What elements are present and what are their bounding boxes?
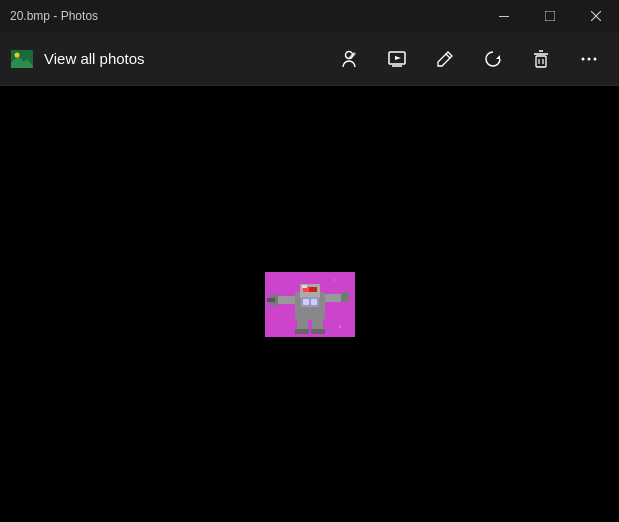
svg-point-20 [594, 57, 597, 60]
photo-display [265, 272, 355, 337]
svg-rect-0 [499, 16, 509, 17]
delete-button[interactable] [519, 37, 563, 81]
svg-rect-13 [536, 56, 546, 67]
view-all-photos-label[interactable]: View all photos [44, 50, 145, 67]
toolbar-right [327, 37, 611, 81]
toolbar: View all photos [0, 32, 619, 86]
edit-button[interactable] [423, 37, 467, 81]
toolbar-left: View all photos [8, 45, 327, 73]
svg-rect-34 [295, 329, 309, 334]
svg-rect-38 [311, 299, 317, 305]
enhance-button[interactable] [471, 37, 515, 81]
svg-point-18 [582, 57, 585, 60]
svg-point-41 [333, 278, 336, 281]
svg-point-43 [274, 321, 276, 323]
svg-point-44 [338, 325, 341, 328]
window-title: 20.bmp - Photos [10, 9, 98, 23]
image-preview [265, 272, 355, 337]
main-content [0, 86, 619, 522]
svg-marker-12 [496, 55, 500, 59]
svg-rect-35 [311, 329, 325, 334]
close-button[interactable] [573, 0, 619, 32]
svg-rect-31 [267, 298, 275, 302]
svg-point-6 [15, 52, 20, 57]
maximize-button[interactable] [527, 0, 573, 32]
svg-point-19 [588, 57, 591, 60]
svg-rect-37 [303, 299, 309, 305]
minimize-button[interactable] [481, 0, 527, 32]
svg-rect-1 [545, 11, 555, 21]
svg-point-42 [344, 311, 346, 313]
svg-point-40 [279, 281, 281, 283]
title-bar-controls [481, 0, 619, 32]
people-tag-button[interactable] [327, 37, 371, 81]
svg-marker-9 [395, 56, 401, 60]
svg-line-11 [446, 54, 450, 58]
photos-app-icon [8, 45, 36, 73]
title-bar: 20.bmp - Photos [0, 0, 619, 32]
more-options-button[interactable] [567, 37, 611, 81]
svg-rect-39 [302, 285, 307, 288]
svg-rect-29 [325, 294, 343, 302]
slideshow-button[interactable] [375, 37, 419, 81]
svg-rect-30 [341, 292, 349, 302]
